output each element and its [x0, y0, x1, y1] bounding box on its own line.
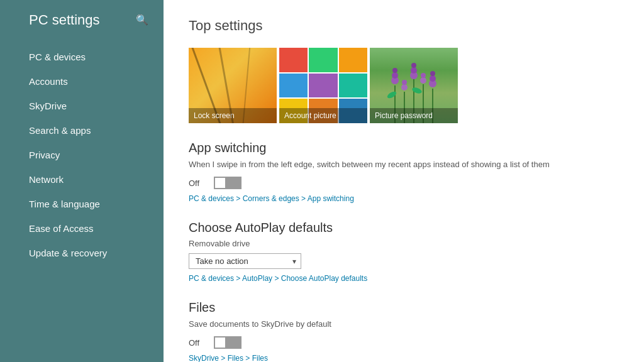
tile-account-picture[interactable]: Account picture	[279, 48, 367, 123]
section-files: Files Save documents to SkyDrive by defa…	[189, 300, 619, 362]
sidebar-item-pc-devices[interactable]: PC & devices	[0, 45, 164, 69]
tile-picture-password[interactable]: Picture password	[370, 48, 458, 123]
page-title: Top settings	[189, 18, 619, 34]
autoplay-sublabel: Removable drive	[189, 239, 619, 248]
sidebar-item-search-apps[interactable]: Search & apps	[0, 118, 164, 143]
app-switching-title: App switching	[189, 141, 619, 155]
files-desc: Save documents to SkyDrive by default	[189, 319, 619, 330]
app-switching-toggle[interactable]	[214, 177, 242, 189]
svg-point-10	[411, 63, 416, 68]
files-breadcrumb[interactable]: SkyDrive > Files > Files	[189, 354, 619, 362]
files-toggle-row: Off	[189, 336, 619, 349]
svg-point-18	[386, 90, 397, 100]
svg-point-14	[401, 84, 408, 90]
sidebar-nav: PC & devices Accounts SkyDrive Search & …	[0, 45, 164, 265]
autoplay-select[interactable]: Take no action Open folder to view files…	[189, 253, 301, 269]
svg-point-12	[430, 75, 436, 82]
tile-lock-screen[interactable]: Lock screen	[189, 48, 277, 123]
tile-picture-label: Picture password	[370, 108, 458, 123]
app-switching-breadcrumb[interactable]: PC & devices > Corners & edges > App swi…	[189, 194, 619, 203]
autoplay-title: Choose AutoPlay defaults	[189, 221, 619, 235]
files-toggle[interactable]	[214, 336, 242, 349]
files-title: Files	[189, 300, 619, 315]
files-toggle-label: Off	[189, 338, 206, 348]
main-content: Top settings Lock screen Account picture	[164, 0, 644, 362]
app-switching-desc: When I swipe in from the left edge, swit…	[189, 159, 619, 170]
sidebar-title-text: PC settings	[29, 12, 100, 28]
autoplay-select-wrapper: Take no action Open folder to view files…	[189, 253, 301, 269]
svg-point-19	[411, 87, 423, 95]
tile-lock-label: Lock screen	[189, 108, 277, 123]
app-switching-toggle-label: Off	[189, 178, 206, 188]
svg-point-16	[420, 77, 426, 84]
tiles-row: Lock screen Account picture	[189, 48, 619, 123]
sidebar-item-update-recovery[interactable]: Update & recovery	[0, 241, 164, 265]
svg-point-15	[402, 80, 407, 85]
sidebar: PC settings 🔍 PC & devices Accounts SkyD…	[0, 0, 164, 362]
svg-point-9	[411, 67, 417, 74]
sidebar-item-time-language[interactable]: Time & language	[0, 192, 164, 216]
svg-point-17	[421, 73, 426, 78]
svg-point-6	[392, 72, 398, 79]
section-autoplay: Choose AutoPlay defaults Removable drive…	[189, 221, 619, 283]
autoplay-dropdown-row: Take no action Open folder to view files…	[189, 253, 619, 269]
tile-account-label: Account picture	[279, 108, 367, 123]
toggle-knob	[215, 178, 225, 188]
autoplay-breadcrumb[interactable]: PC & devices > AutoPlay > Choose AutoPla…	[189, 274, 619, 283]
sidebar-item-accounts[interactable]: Accounts	[0, 69, 164, 94]
svg-point-13	[430, 71, 435, 76]
sidebar-item-network[interactable]: Network	[0, 167, 164, 192]
section-app-switching: App switching When I swipe in from the l…	[189, 141, 619, 203]
svg-point-7	[392, 68, 397, 73]
files-toggle-knob	[215, 337, 225, 348]
sidebar-header: PC settings 🔍	[0, 0, 164, 40]
sidebar-item-skydrive[interactable]: SkyDrive	[0, 94, 164, 118]
sidebar-item-ease-access[interactable]: Ease of Access	[0, 216, 164, 241]
sidebar-item-privacy[interactable]: Privacy	[0, 143, 164, 167]
app-switching-toggle-row: Off	[189, 177, 619, 189]
search-icon[interactable]: 🔍	[133, 11, 151, 28]
